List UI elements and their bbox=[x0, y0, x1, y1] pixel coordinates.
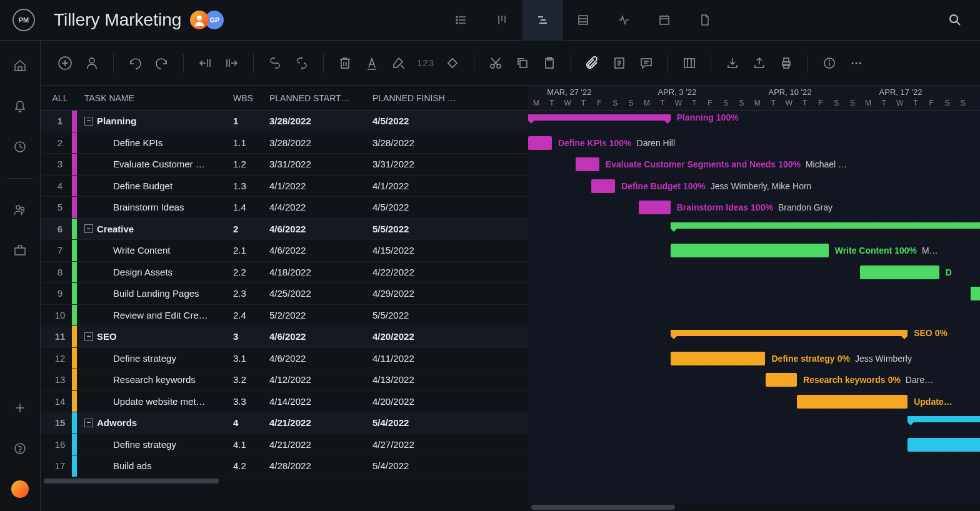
table-row[interactable]: 13 Research keywords 3.2 4/12/2022 4/13/… bbox=[41, 369, 528, 391]
search-icon[interactable] bbox=[942, 7, 968, 32]
gantt-bar[interactable]: Define Budget100%Jess Wimberly, Mike Hor… bbox=[591, 179, 615, 193]
activity-view-icon[interactable] bbox=[604, 0, 644, 41]
col-task-name[interactable]: TASK NAME bbox=[77, 93, 233, 103]
table-row[interactable]: 16 Define strategy 4.1 4/21/2022 4/27/20… bbox=[41, 434, 528, 456]
team-icon[interactable] bbox=[11, 201, 29, 219]
sheet-view-icon[interactable] bbox=[563, 0, 604, 41]
attachment-icon[interactable] bbox=[584, 54, 601, 72]
more-icon[interactable] bbox=[848, 54, 865, 72]
file-view-icon[interactable] bbox=[685, 0, 726, 41]
columns-icon[interactable] bbox=[681, 54, 698, 72]
delete-icon[interactable] bbox=[336, 54, 354, 72]
collapse-icon[interactable]: − bbox=[84, 224, 93, 233]
table-scrollbar[interactable] bbox=[41, 477, 528, 485]
gantt-view-icon[interactable] bbox=[522, 0, 563, 41]
link-icon[interactable] bbox=[266, 54, 284, 72]
gantt-bar[interactable]: Define KPIs100%Daren Hill bbox=[528, 136, 552, 150]
assign-icon[interactable] bbox=[83, 54, 101, 72]
gantt-row[interactable] bbox=[528, 283, 980, 305]
clear-format-icon[interactable] bbox=[390, 54, 408, 72]
col-planned-finish[interactable]: PLANNED FINISH … bbox=[372, 93, 528, 103]
user-avatar-icon[interactable] bbox=[11, 480, 29, 499]
numbering-icon[interactable]: 123 bbox=[417, 57, 434, 68]
gantt-bar[interactable]: Define strategy0%Jess Wimberly bbox=[671, 352, 766, 365]
gantt-bar[interactable]: Research keywords0%Dare… bbox=[766, 373, 798, 387]
table-row[interactable]: 6 −Creative 2 4/6/2022 5/5/2022 bbox=[41, 219, 528, 241]
col-wbs[interactable]: WBS bbox=[233, 93, 269, 103]
notes-icon[interactable] bbox=[611, 54, 628, 72]
unlink-icon[interactable] bbox=[293, 54, 311, 72]
notifications-icon[interactable] bbox=[11, 97, 29, 116]
board-view-icon[interactable] bbox=[482, 0, 522, 41]
table-row[interactable]: 3 Evaluate Customer … 1.2 3/31/2022 3/31… bbox=[41, 154, 528, 176]
comment-icon[interactable] bbox=[638, 54, 655, 72]
gantt-row[interactable]: Define Budget100%Jess Wimberly, Mike Hor… bbox=[528, 176, 980, 197]
table-row[interactable]: 9 Build Landing Pages 2.3 4/25/2022 4/29… bbox=[41, 283, 528, 305]
home-icon[interactable] bbox=[11, 56, 29, 75]
gantt-bar[interactable]: Update… bbox=[797, 395, 908, 409]
gantt-row[interactable]: Define strategy0%Jess Wimberly bbox=[528, 348, 980, 370]
outdent-icon[interactable] bbox=[196, 54, 214, 72]
gantt-row[interactable] bbox=[528, 412, 980, 434]
undo-icon[interactable] bbox=[126, 54, 144, 72]
milestone-icon[interactable] bbox=[444, 54, 461, 72]
import-icon[interactable] bbox=[724, 54, 741, 72]
list-view-icon[interactable] bbox=[441, 0, 482, 41]
gantt-bar[interactable]: Write Content100%M… bbox=[671, 244, 829, 257]
gantt-row[interactable] bbox=[528, 219, 980, 241]
gantt-bar[interactable] bbox=[671, 222, 980, 229]
portfolio-icon[interactable] bbox=[11, 241, 29, 260]
gantt-row[interactable]: Write Content100%M… bbox=[528, 240, 980, 262]
print-icon[interactable] bbox=[778, 54, 795, 72]
table-row[interactable]: 4 Define Budget 1.3 4/1/2022 4/1/2022 bbox=[41, 176, 528, 197]
col-planned-start[interactable]: PLANNED START… bbox=[269, 93, 372, 103]
gantt-chart[interactable]: MAR, 27 '22APR, 3 '22APR, 10 '22APR, 17 … bbox=[528, 86, 980, 511]
gantt-row[interactable] bbox=[528, 305, 980, 327]
calendar-view-icon[interactable] bbox=[644, 0, 685, 41]
recent-icon[interactable] bbox=[11, 137, 29, 156]
collapse-icon[interactable]: − bbox=[84, 117, 93, 126]
gantt-row[interactable]: D bbox=[528, 262, 980, 284]
collapse-icon[interactable]: − bbox=[84, 332, 93, 341]
table-row[interactable]: 10 Review and Edit Cre… 2.4 5/2/2022 5/5… bbox=[41, 305, 528, 327]
indent-icon[interactable] bbox=[223, 54, 241, 72]
table-row[interactable]: 17 Build ads 4.2 4/28/2022 5/4/2022 bbox=[41, 455, 528, 477]
gantt-bar[interactable]: D bbox=[860, 265, 939, 279]
gantt-bar[interactable] bbox=[908, 416, 980, 422]
avatar[interactable] bbox=[190, 11, 209, 29]
gantt-bar[interactable]: Planning100% bbox=[528, 114, 671, 121]
table-row[interactable]: 1 −Planning 1 3/28/2022 4/5/2022 bbox=[41, 111, 528, 132]
table-row[interactable]: 7 Write Content 2.1 4/6/2022 4/15/2022 bbox=[41, 240, 528, 262]
paste-icon[interactable] bbox=[541, 54, 558, 72]
gantt-row[interactable] bbox=[528, 434, 980, 456]
gantt-row[interactable]: Research keywords0%Dare… bbox=[528, 369, 980, 391]
gantt-bar[interactable]: SEO0% bbox=[671, 330, 908, 336]
gantt-row[interactable]: Brainstorm Ideas100%Brandon Gray bbox=[528, 197, 980, 219]
table-row[interactable]: 2 Define KPIs 1.1 3/28/2022 3/28/2022 bbox=[41, 132, 528, 154]
add-task-icon[interactable] bbox=[56, 54, 74, 72]
table-row[interactable]: 5 Brainstorm Ideas 1.4 4/4/2022 4/5/2022 bbox=[41, 197, 528, 219]
gantt-row[interactable] bbox=[528, 455, 980, 477]
info-icon[interactable] bbox=[821, 54, 838, 72]
gantt-bar[interactable] bbox=[971, 287, 980, 300]
gantt-row[interactable]: Planning100% bbox=[528, 111, 980, 132]
add-icon[interactable] bbox=[11, 399, 29, 417]
gantt-row[interactable]: Update… bbox=[528, 391, 980, 413]
help-icon[interactable] bbox=[11, 439, 29, 458]
gantt-bar[interactable]: Brainstorm Ideas100%Brandon Gray bbox=[639, 201, 671, 214]
copy-icon[interactable] bbox=[514, 54, 531, 72]
app-logo[interactable]: PM bbox=[12, 9, 35, 31]
project-title[interactable]: Tillery Marketing bbox=[54, 10, 181, 30]
table-row[interactable]: 14 Update website met… 3.3 4/14/2022 4/2… bbox=[41, 391, 528, 413]
table-row[interactable]: 8 Design Assets 2.2 4/18/2022 4/22/2022 bbox=[41, 262, 528, 284]
export-icon[interactable] bbox=[751, 54, 768, 72]
collapse-icon[interactable]: − bbox=[84, 419, 93, 427]
gantt-scrollbar[interactable] bbox=[528, 504, 980, 511]
cut-icon[interactable] bbox=[487, 54, 504, 72]
table-row[interactable]: 12 Define strategy 3.1 4/6/2022 4/11/202… bbox=[41, 348, 528, 370]
gantt-bar[interactable] bbox=[908, 438, 980, 452]
col-all[interactable]: ALL bbox=[41, 93, 72, 103]
gantt-row[interactable]: SEO0% bbox=[528, 326, 980, 348]
redo-icon[interactable] bbox=[153, 54, 171, 72]
gantt-row[interactable]: Evaluate Customer Segments and Needs100%… bbox=[528, 154, 980, 176]
